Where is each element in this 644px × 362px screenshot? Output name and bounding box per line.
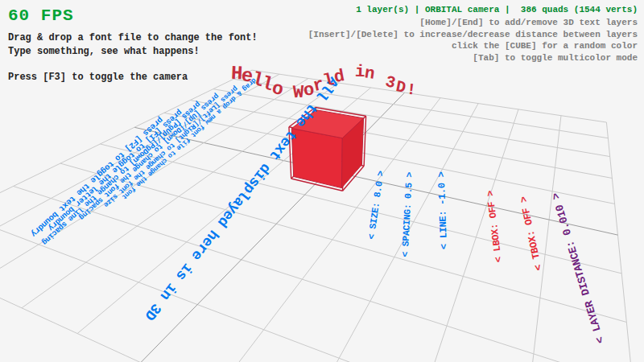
cube-face-front[interactable]: [291, 129, 342, 188]
hint-add-remove-layers: [Home]/[End] to add/remove 3D text layer…: [308, 17, 638, 29]
status-bar: 1 layer(s) | ORBITAL camera | 386 quads …: [308, 5, 638, 14]
grid-line: [0, 247, 644, 362]
grid-line: [213, 89, 610, 157]
grid-line: [60, 163, 626, 322]
cube-wire-edge[interactable]: [289, 127, 291, 179]
grid-line: [134, 127, 617, 235]
hud-right: 1 layer(s) | ORBITAL camera | 386 quads …: [308, 5, 638, 64]
grid-line: [22, 83, 339, 308]
grid-line: [233, 79, 608, 138]
grid-line: [0, 74, 279, 265]
grid-line: [0, 213, 642, 362]
grid-line: [606, 122, 644, 362]
hint-type-something: Type something, see what happens!: [8, 45, 258, 59]
grid-line: [396, 109, 518, 362]
grid-line: [164, 113, 615, 204]
grid-line: [0, 70, 252, 247]
hint-drag-drop-font: Drag & drop a font file to change the fo…: [8, 31, 258, 45]
hint-multicolor-mode: [Tab] to toggle multicolor mode: [308, 52, 638, 64]
red-cube[interactable]: [289, 108, 366, 191]
grid-line: [0, 78, 308, 285]
hint-cube-random-color: click the [CUBE] for a random color: [308, 40, 638, 52]
hint-toggle-camera: Press [F3] to toggle the camera: [8, 71, 258, 84]
hud-left: 60 FPS Drag & drop a font file to change…: [8, 6, 258, 84]
raylib-3d-text-demo-window: drag & drop a new font file to change th…: [0, 0, 644, 362]
fps-counter: 60 FPS: [8, 6, 258, 25]
hint-layer-distance: [Insert]/[Delete] to increase/decrease d…: [308, 29, 638, 41]
grid-line: [513, 116, 561, 362]
cube-wire-edge[interactable]: [364, 116, 365, 166]
grid-line: [14, 186, 634, 362]
